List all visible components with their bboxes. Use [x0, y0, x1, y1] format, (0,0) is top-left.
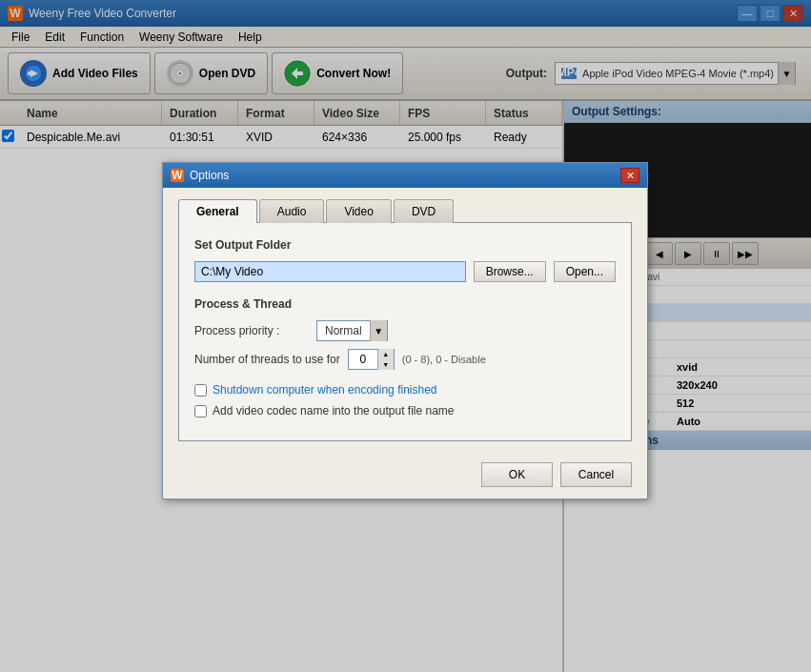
ok-button[interactable]: OK: [481, 462, 553, 487]
cancel-button[interactable]: Cancel: [560, 462, 632, 487]
shutdown-link[interactable]: Shutdown computer when encoding finished: [213, 383, 437, 397]
folder-path-input[interactable]: [194, 261, 466, 282]
tab-dvd[interactable]: DVD: [394, 199, 454, 223]
dialog-icon: W: [171, 169, 184, 182]
tab-general[interactable]: General: [178, 199, 257, 223]
shutdown-checkbox-row: Shutdown computer when encoding finished: [194, 383, 616, 397]
process-section: Process & Thread Process priority : Norm…: [194, 297, 616, 370]
dialog-title: Options: [190, 169, 620, 182]
dialog-tabs: General Audio Video DVD: [178, 199, 632, 223]
shutdown-checkbox[interactable]: [194, 384, 207, 397]
priority-row: Process priority : Normal ▼: [194, 320, 616, 341]
priority-select[interactable]: Normal ▼: [316, 320, 388, 341]
shutdown-label[interactable]: Shutdown computer when encoding finished: [213, 383, 437, 397]
threads-up-button[interactable]: ▲: [378, 349, 394, 359]
tab-audio[interactable]: Audio: [259, 199, 325, 223]
codec-name-label[interactable]: Add video codec name into the output fil…: [213, 404, 455, 417]
threads-spinner[interactable]: 0 ▲ ▼: [348, 349, 395, 370]
dialog-overlay: W Options ✕ General Audio Video DVD Set …: [0, 0, 811, 672]
dialog-buttons: OK Cancel: [163, 453, 647, 499]
threads-range: (0 - 8), 0 - Disable: [402, 354, 486, 365]
folder-field-row: Browse... Open...: [194, 261, 616, 282]
options-dialog: W Options ✕ General Audio Video DVD Set …: [162, 162, 648, 499]
dialog-title-bar: W Options ✕: [163, 163, 647, 188]
browse-button[interactable]: Browse...: [474, 261, 546, 282]
dialog-tab-content: Set Output Folder Browse... Open... Proc…: [178, 222, 632, 441]
dialog-body: General Audio Video DVD Set Output Folde…: [163, 188, 647, 453]
tab-video[interactable]: Video: [326, 199, 391, 223]
priority-value: Normal: [317, 320, 370, 341]
codec-name-checkbox-row: Add video codec name into the output fil…: [194, 404, 616, 417]
threads-row: Number of threads to use for 0 ▲ ▼ (0 - …: [194, 349, 616, 370]
open-folder-button[interactable]: Open...: [554, 261, 616, 282]
process-section-title: Process & Thread: [194, 297, 616, 311]
dialog-close-button[interactable]: ✕: [620, 168, 639, 183]
threads-arrows: ▲ ▼: [377, 349, 394, 370]
codec-name-checkbox[interactable]: [194, 405, 207, 417]
threads-value: 0: [349, 349, 377, 370]
threads-down-button[interactable]: ▼: [378, 359, 394, 370]
output-folder-section-title: Set Output Folder: [194, 238, 616, 252]
priority-label: Process priority :: [194, 324, 309, 337]
priority-dropdown-arrow[interactable]: ▼: [370, 320, 387, 341]
threads-label: Number of threads to use for: [194, 353, 340, 366]
